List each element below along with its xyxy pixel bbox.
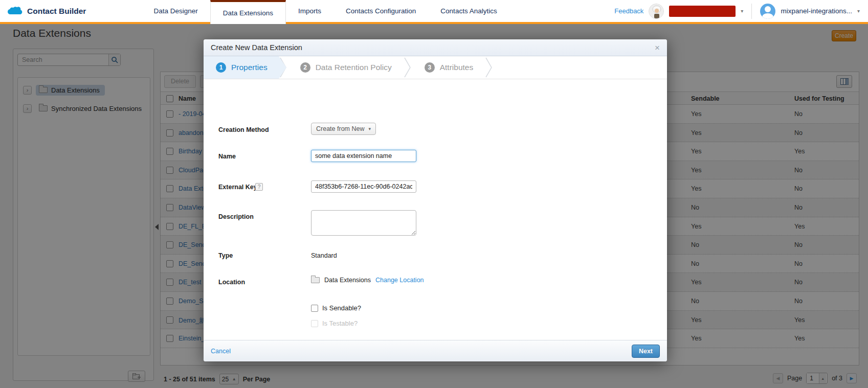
create-data-extension-modal: Create New Data Extension × 1 Properties… bbox=[204, 39, 667, 361]
creation-method-label: Creation Method bbox=[218, 126, 269, 133]
nav-tab[interactable]: Contacts Configuration bbox=[333, 0, 428, 22]
nav-tab[interactable]: Contacts Analytics bbox=[428, 0, 509, 22]
step-label: Properties bbox=[231, 63, 268, 72]
wizard-steps: 1 Properties 2 Data Retention Policy 3 A… bbox=[204, 56, 667, 79]
step-chevron-icon bbox=[484, 56, 494, 79]
feedback-link[interactable]: Feedback bbox=[614, 7, 643, 15]
nav-tab-label: Contacts Analytics bbox=[440, 7, 497, 15]
step-label: Attributes bbox=[440, 63, 473, 72]
nav-tab-label: Imports bbox=[298, 7, 321, 15]
user-avatar-icon[interactable] bbox=[760, 4, 775, 19]
einstein-avatar[interactable] bbox=[649, 4, 664, 19]
type-value: Standard bbox=[311, 252, 337, 259]
modal-footer: Cancel Next bbox=[204, 340, 667, 361]
location-label: Location bbox=[218, 279, 245, 286]
nav-tab[interactable]: Imports bbox=[286, 0, 333, 22]
step-data-retention-policy[interactable]: 2 Data Retention Policy bbox=[288, 56, 403, 79]
external-key-label: External Key bbox=[218, 184, 257, 191]
name-label: Name bbox=[218, 153, 236, 160]
nav-tab-label: Contacts Configuration bbox=[346, 7, 416, 15]
einstein-avatar-icon bbox=[649, 4, 664, 19]
account-chevron-down-icon[interactable]: ▾ bbox=[857, 8, 860, 14]
step-number: 2 bbox=[300, 62, 310, 73]
modal-title: Create New Data Extension bbox=[211, 43, 302, 52]
cancel-link[interactable]: Cancel bbox=[211, 348, 231, 355]
account-name[interactable]: mixpanel-integrations... bbox=[781, 7, 852, 15]
next-button[interactable]: Next bbox=[632, 345, 660, 358]
type-label: Type bbox=[218, 252, 233, 259]
creation-method-value: Create from New bbox=[316, 125, 364, 132]
is-testable-checkbox bbox=[311, 320, 318, 327]
is-testable-label: Is Testable? bbox=[322, 319, 358, 327]
chevron-down-icon[interactable]: ▾ bbox=[741, 8, 743, 14]
help-icon[interactable]: ? bbox=[255, 183, 263, 191]
name-input[interactable] bbox=[311, 150, 416, 162]
nav-tab[interactable]: Data Designer bbox=[141, 0, 210, 22]
location-value: Data Extensions bbox=[324, 277, 371, 284]
nav-tab-label: Data Extensions bbox=[223, 9, 273, 17]
app-title: Contact Builder bbox=[27, 7, 86, 16]
app-canvas: Contact Builder Data Designer Data Exten… bbox=[0, 0, 868, 388]
is-sendable-label: Is Sendable? bbox=[322, 304, 361, 312]
nav-divider bbox=[751, 4, 752, 19]
step-attributes[interactable]: 3 Attributes bbox=[412, 56, 484, 79]
folder-icon bbox=[311, 277, 320, 283]
step-number: 1 bbox=[216, 62, 226, 73]
description-label: Description bbox=[218, 213, 254, 220]
step-label: Data Retention Policy bbox=[316, 63, 392, 72]
modal-header: Create New Data Extension × bbox=[204, 39, 667, 56]
step-properties[interactable]: 1 Properties bbox=[204, 56, 279, 79]
nav-tab[interactable]: Data Extensions bbox=[210, 0, 286, 24]
step-chevron-icon bbox=[403, 56, 412, 79]
modal-body: Creation Method Create from New ▾ Name E… bbox=[204, 79, 667, 340]
chevron-down-icon: ▾ bbox=[368, 126, 371, 131]
external-key-input[interactable] bbox=[311, 180, 416, 193]
is-sendable-checkbox[interactable] bbox=[311, 305, 318, 312]
description-textarea[interactable] bbox=[311, 210, 416, 236]
top-nav: Contact Builder Data Designer Data Exten… bbox=[0, 0, 868, 24]
redacted-account-block[interactable] bbox=[669, 6, 736, 17]
step-number: 3 bbox=[425, 62, 435, 73]
change-location-link[interactable]: Change Location bbox=[375, 277, 424, 284]
nav-tabs: Data Designer Data Extensions Imports Co… bbox=[141, 0, 509, 22]
close-icon[interactable]: × bbox=[655, 43, 660, 52]
brand: Contact Builder bbox=[0, 0, 95, 22]
creation-method-dropdown[interactable]: Create from New ▾ bbox=[311, 123, 376, 135]
nav-right: Feedback ▾ mixpanel-integrations... ▾ bbox=[614, 0, 868, 22]
salesforce-cloud-logo-icon bbox=[7, 6, 23, 16]
nav-tab-label: Data Designer bbox=[153, 7, 197, 15]
